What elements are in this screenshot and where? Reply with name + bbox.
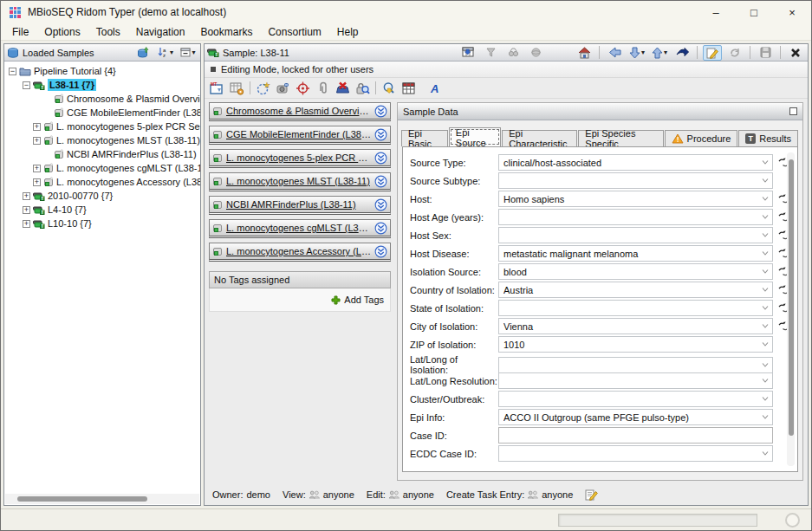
tree-collapse-icon[interactable]: − — [23, 81, 30, 89]
chevron-down-icon[interactable] — [760, 342, 770, 346]
collapse-all-icon[interactable]: ▾ — [179, 45, 198, 61]
analysis-link[interactable]: Chromosome & Plasmid Overview (L38-11) — [226, 106, 371, 116]
snapshot-icon[interactable] — [274, 80, 292, 97]
tree-collapse-icon[interactable]: − — [9, 68, 16, 75]
tree-item-l4-10[interactable]: + T L4-10 {7} — [4, 203, 200, 217]
menu-file[interactable]: File — [4, 24, 36, 40]
delete-icon[interactable] — [334, 80, 352, 97]
save-icon[interactable] — [756, 45, 775, 61]
analysis-link[interactable]: NCBI AMRFinderPlus (L38-11) — [226, 199, 371, 210]
chevron-down-icon[interactable] — [760, 397, 770, 401]
chevron-down-icon[interactable] — [760, 306, 770, 310]
chevron-down-icon[interactable] — [760, 363, 770, 367]
audit-search-icon[interactable] — [354, 80, 372, 97]
tab-epi-basic[interactable]: Epi Basic — [401, 130, 448, 146]
edit-permissions-icon[interactable] — [585, 489, 598, 501]
tree-horizontal-scrollbar[interactable] — [5, 494, 199, 504]
arrow-up-icon[interactable]: ▾ — [650, 45, 669, 61]
menu-navigation[interactable]: Navigation — [128, 24, 193, 40]
expand-analysis-icon[interactable] — [374, 175, 387, 188]
edit-mode-icon[interactable] — [703, 45, 722, 61]
form-vertical-scrollbar[interactable] — [787, 152, 795, 466]
goto-icon[interactable] — [672, 45, 692, 61]
tree-item-chromosome-plasmid[interactable]: Chromosome & Plasmid Overview (L38-11) — [4, 92, 200, 106]
source-type-combobox[interactable]: clinical/host-associated — [498, 154, 773, 171]
tree-expand-icon[interactable]: + — [23, 192, 30, 200]
tree-item-pipeline-tutorial[interactable]: − Pipeline Tutorial {4} — [4, 64, 200, 78]
minimize-button[interactable]: – — [697, 1, 735, 23]
target-icon[interactable] — [294, 80, 312, 97]
tree-item-2010-00770[interactable]: + T 2010-00770 {7} — [4, 189, 200, 203]
expand-analysis-icon[interactable] — [374, 198, 387, 211]
host-age-combobox[interactable] — [498, 209, 773, 225]
chevron-down-icon[interactable] — [760, 215, 770, 219]
chevron-down-icon[interactable] — [760, 251, 770, 256]
country-of-isolation-combobox[interactable]: Austria — [498, 282, 773, 298]
arrow-left-icon[interactable] — [605, 45, 624, 61]
tab-epi-characteristic[interactable]: Epi Characteristic — [502, 130, 577, 146]
expand-analysis-icon[interactable] — [374, 105, 387, 118]
funnel-icon[interactable] — [481, 45, 500, 61]
chevron-down-icon[interactable] — [760, 379, 770, 383]
table-icon[interactable] — [400, 80, 418, 97]
pdf-export-icon[interactable]: A — [426, 80, 445, 97]
menu-tools[interactable]: Tools — [88, 24, 128, 40]
analysis-link[interactable]: L. monocytogenes MLST (L38-11) — [226, 176, 371, 186]
tree-expand-icon[interactable]: + — [33, 123, 41, 131]
sort-az-icon[interactable]: az▾ — [156, 45, 175, 61]
tree-item-l10-10[interactable]: + T L10-10 {7} — [4, 217, 200, 230]
tab-results[interactable]: TResults — [738, 130, 798, 146]
new-analysis-icon[interactable]: ★ — [254, 80, 272, 97]
add-tags-button[interactable]: Add Tags — [344, 295, 384, 305]
binoculars-icon[interactable] — [503, 45, 523, 61]
chevron-down-icon[interactable] — [760, 288, 770, 292]
import-samples-icon[interactable] — [133, 45, 153, 61]
latlong-of-isolation-combobox[interactable] — [498, 357, 773, 373]
expand-analysis-icon[interactable] — [374, 245, 387, 258]
menu-consortium[interactable]: Consortium — [260, 24, 328, 40]
tree-item-mlst[interactable]: + L. monocytogenes MLST (L38-11) — [4, 133, 200, 147]
table-export-icon[interactable] — [458, 45, 477, 61]
latlong-resolution-combobox[interactable] — [498, 372, 773, 389]
maximize-button[interactable]: □ — [735, 1, 773, 23]
expand-analysis-icon[interactable] — [374, 152, 387, 165]
menu-options[interactable]: Options — [36, 24, 88, 40]
tree-item-l38-11[interactable]: − T L38-11 {7} — [4, 78, 200, 92]
analysis-link[interactable]: CGE MobileElementFinder (L38-11) — [226, 129, 371, 139]
chevron-down-icon[interactable] — [760, 197, 770, 201]
tab-procedure[interactable]: Procedure — [665, 130, 738, 146]
export-image-icon[interactable]: MT — [208, 80, 226, 97]
close-button[interactable]: × — [773, 1, 811, 23]
city-of-isolation-combobox[interactable]: Vienna — [498, 318, 773, 334]
analysis-link[interactable]: L. monocytogenes Accessory (L38-11) — [226, 246, 371, 256]
zip-of-isolation-combobox[interactable]: 1010 — [498, 336, 773, 353]
host-disease-combobox[interactable]: metastatic malignant melanoma — [498, 245, 773, 262]
epi-info-combobox[interactable]: ACCO II Outgroup (same PFGE pulso-type) — [498, 409, 773, 425]
attachment-icon[interactable] — [314, 80, 332, 97]
close-view-icon[interactable] — [786, 45, 805, 61]
host-sex-combobox[interactable] — [498, 227, 773, 243]
analysis-link[interactable]: L. monocytogenes 5-plex PCR Serogroup (L… — [226, 152, 371, 163]
tree-expand-icon[interactable]: + — [33, 165, 41, 172]
sphere-icon[interactable] — [526, 45, 545, 61]
analysis-link[interactable]: L. monocytogenes cgMLST (L38-11) — [226, 223, 371, 233]
tree-item-cgmlst[interactable]: + L. monocytogenes cgMLST (L38-11) — [4, 161, 200, 175]
menu-bookmarks[interactable]: Bookmarks — [192, 24, 260, 40]
tree-item-cge-mobileelementfinder[interactable]: CGE MobileElementFinder (L38-11) — [4, 106, 200, 120]
tree-item-accessory[interactable]: + L. monocytogenes Accessory (L38-11) — [4, 175, 200, 189]
tree-item-ncbi-amrfinderplus[interactable]: NCBI AMRFinderPlus (L38-11) — [4, 147, 200, 161]
scrollbar-thumb[interactable] — [17, 496, 147, 502]
menu-help[interactable]: Help — [329, 24, 367, 40]
find-import-icon[interactable] — [380, 80, 398, 97]
ecdc-case-id-combobox[interactable] — [498, 445, 773, 462]
chevron-down-icon[interactable] — [760, 178, 770, 183]
tree-expand-icon[interactable]: + — [33, 178, 41, 186]
state-of-isolation-combobox[interactable] — [498, 300, 773, 316]
table-settings-icon[interactable] — [228, 80, 246, 97]
expand-analysis-icon[interactable] — [374, 222, 387, 235]
expand-analysis-icon[interactable] — [374, 128, 387, 141]
cluster-outbreak-combobox[interactable] — [498, 391, 773, 407]
tree-expand-icon[interactable]: + — [23, 220, 30, 228]
home-icon[interactable] — [575, 45, 594, 61]
tab-epi-source[interactable]: Epi Source — [449, 127, 501, 146]
